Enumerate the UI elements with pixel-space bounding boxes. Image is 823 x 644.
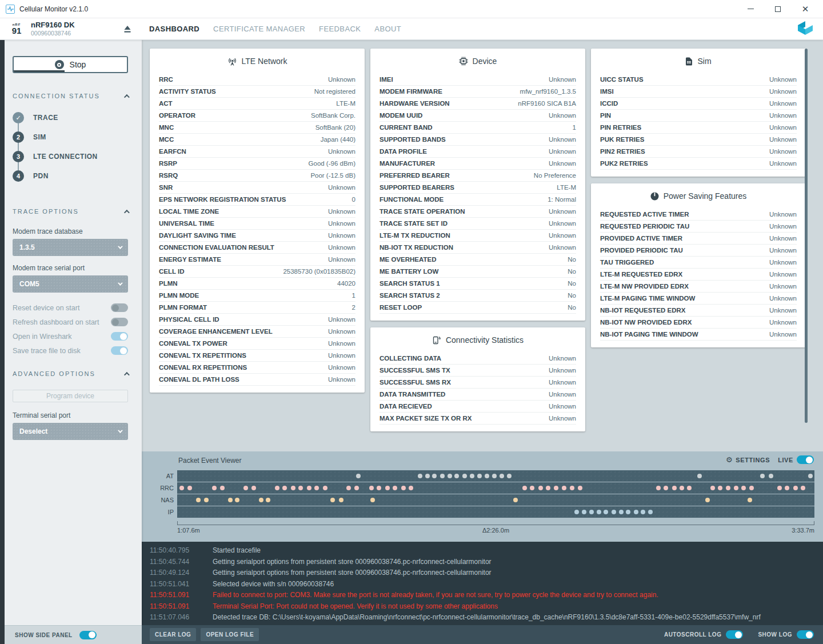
info-row-value: Unknown	[549, 220, 576, 227]
card-column-2: Device IMEI Unknown MODEM FIRMWARE mfw_n…	[370, 49, 585, 451]
modem-trace-serial-port-select[interactable]: COM5	[13, 275, 128, 293]
refresh-dashboard-on-start-toggle[interactable]	[111, 318, 128, 326]
packet-lane-ip[interactable]	[177, 506, 814, 518]
tab-certificate-manager[interactable]: CERTIFICATE MANAGER	[213, 19, 305, 39]
info-row: CONEVAL DL PATH LOSS Unknown	[159, 374, 355, 386]
packet-lane-at[interactable]	[177, 470, 814, 482]
info-row-value: Poor (-12.5 dB)	[310, 172, 355, 179]
packet-dot	[538, 486, 543, 490]
info-row-label: REQUESTED ACTIVE TIMER	[600, 211, 689, 218]
info-row-label: CURRENT BAND	[379, 124, 433, 131]
device-selector[interactable]: nRF 91 nRF9160 DK 000960038746	[0, 18, 142, 39]
clear-log-button[interactable]: CLEAR LOG	[150, 628, 196, 641]
toggle-label: Reset device on start	[13, 304, 79, 312]
info-row-value: Unknown	[769, 160, 797, 167]
log-timestamp: 11:50:49.124	[150, 569, 200, 580]
card-title: Sim	[600, 57, 797, 66]
close-icon[interactable]: ✕	[801, 5, 809, 13]
packet-lane-rrc[interactable]	[177, 482, 814, 494]
program-device-button[interactable]: Program device	[13, 390, 128, 402]
vertical-scrollbar[interactable]	[805, 49, 808, 423]
phone-signal-icon	[432, 335, 441, 345]
info-row: RSRQ Poor (-12.5 dB)	[159, 170, 355, 182]
info-row-label: RSRP	[159, 160, 177, 167]
open-in-wireshark-toggle[interactable]	[111, 332, 128, 341]
info-row-label: MODEM UUID	[379, 112, 422, 119]
info-row-value: Unknown	[328, 208, 355, 215]
packet-dot	[196, 498, 201, 502]
minimize-icon[interactable]	[746, 5, 754, 13]
antenna-icon	[227, 57, 237, 66]
lte-network-card: LTE Network RRC Unknown ACTIVITY STATUS …	[150, 49, 365, 393]
toggle-row: Open in Wireshark	[13, 329, 128, 343]
show-side-panel-toggle[interactable]	[79, 631, 97, 639]
live-toggle[interactable]	[797, 455, 814, 464]
autoscroll-log-label: AUTOSCROLL LOG	[664, 631, 722, 638]
log-message: Selected device with s/n 000960038746	[213, 580, 334, 591]
info-row: DATA RECIEVED Unknown	[379, 401, 576, 413]
packet-dot	[612, 510, 616, 514]
info-row: ME OVERHEATED No	[379, 254, 576, 266]
packet-lane-nas[interactable]	[177, 494, 814, 506]
save-trace-file-to-disk-toggle[interactable]	[111, 346, 128, 355]
info-row: SUCCESSFUL SMS TX Unknown	[379, 365, 576, 377]
info-row-label: PHYSICAL CELL ID	[159, 316, 219, 323]
packet-dot	[291, 486, 295, 490]
info-row: UNIVERSAL TIME Unknown	[159, 218, 355, 230]
packet-dot	[726, 486, 730, 490]
info-row-value: Japan (440)	[321, 136, 355, 143]
connection-status-header[interactable]: CONNECTION STATUS	[13, 93, 128, 99]
info-row: CONEVAL TX REPETITIONS Unknown	[159, 350, 355, 362]
info-row-value: Unknown	[549, 148, 576, 155]
info-row: IMEI Unknown	[379, 74, 576, 86]
show-log-toggle[interactable]	[797, 630, 814, 639]
info-row: TRACE STATE OPERATION Unknown	[379, 206, 576, 218]
info-row-value: Unknown	[769, 112, 797, 119]
card-title: Connectivity Statistics	[379, 335, 576, 345]
eject-icon[interactable]	[121, 23, 134, 35]
info-row: HARDWARE VERSION nRF9160 SICA B1A	[379, 98, 576, 110]
packet-dot	[314, 486, 319, 490]
nordic-logo[interactable]	[797, 21, 814, 37]
log-message: Failed to connect to port: COM3. Make su…	[213, 591, 658, 602]
modem-trace-database-select[interactable]: 1.3.5	[13, 239, 128, 256]
autoscroll-log-toggle[interactable]	[726, 630, 743, 639]
info-row-value: No	[568, 304, 576, 311]
info-row-label: LTE-M PAGING TIME WINDOW	[600, 295, 695, 302]
packet-dot	[793, 486, 798, 490]
lane-labels: ATRRCNASIP	[142, 470, 174, 518]
info-row: MODEM UUID Unknown	[379, 110, 576, 122]
info-row: ACTIVITY STATUS Not registered	[159, 86, 355, 98]
packet-lanes[interactable]	[177, 470, 814, 518]
settings-button[interactable]: ⚙ SETTINGS	[726, 455, 770, 464]
stop-button[interactable]: Stop	[13, 56, 128, 73]
packet-dot	[546, 486, 550, 490]
packet-dot	[500, 474, 504, 478]
maximize-icon[interactable]	[774, 5, 782, 13]
info-row-value: Unknown	[549, 367, 576, 374]
info-row-value: Unknown	[549, 112, 576, 119]
power-saving-features-card: Power Saving Features REQUESTED ACTIVE T…	[591, 183, 806, 347]
info-row: TAU TRIGGERED Unknown	[600, 257, 797, 269]
log-panel[interactable]: 11:50:40.795 Started tracefile 11:50:45.…	[142, 542, 823, 625]
packet-dot	[626, 510, 630, 514]
log-timestamp: 11:50:51.091	[150, 602, 200, 614]
open-log-file-button[interactable]: OPEN LOG FILE	[201, 628, 259, 641]
info-row-value: Good (-96 dBm)	[309, 160, 355, 167]
info-row: PLMN 44020	[159, 278, 355, 290]
tab-feedback[interactable]: FEEDBACK	[319, 19, 361, 39]
advanced-options-header[interactable]: ADVANCED OPTIONS	[13, 370, 128, 377]
info-row-value: Unknown	[769, 76, 797, 83]
info-row-value: Unknown	[328, 232, 355, 239]
terminal-serial-port-select[interactable]: Deselect	[13, 423, 128, 440]
tab-dashboard[interactable]: DASHBOARD	[149, 19, 199, 39]
packet-dot	[554, 486, 558, 490]
reset-device-on-start-toggle[interactable]	[111, 303, 128, 312]
info-row: MAX PACKET SIZE TX OR RX Unknown	[379, 413, 576, 425]
info-row-label: ICCID	[600, 100, 618, 107]
info-row-value: Unknown	[328, 364, 355, 371]
tab-about[interactable]: ABOUT	[374, 19, 401, 39]
info-row-label: CONEVAL TX POWER	[159, 340, 227, 347]
trace-options-header[interactable]: TRACE OPTIONS	[13, 208, 128, 215]
info-row: PIN2 RETRIES Unknown	[600, 146, 797, 158]
